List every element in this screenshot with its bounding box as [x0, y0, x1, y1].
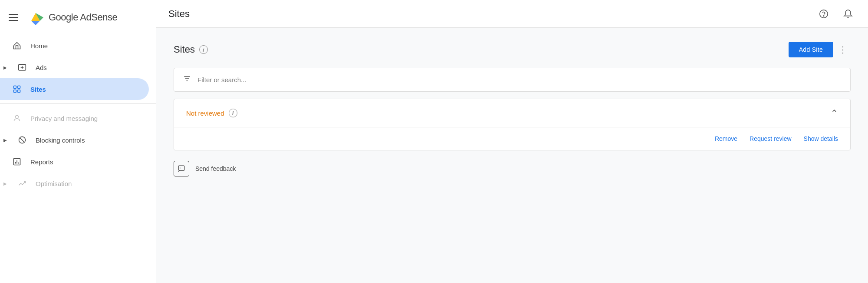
- site-status-info-icon[interactable]: i: [229, 109, 237, 117]
- more-options-button[interactable]: ⋮: [835, 42, 851, 57]
- google-adsense-logo: [27, 9, 44, 26]
- help-button[interactable]: [816, 6, 832, 22]
- logo-text: Google AdSense: [49, 12, 117, 23]
- top-bar: Sites: [156, 0, 868, 28]
- sidebar-item-privacy: Privacy and messaging: [0, 107, 149, 129]
- show-details-link[interactable]: Show details: [804, 135, 838, 142]
- blocking-expand-arrow: ▶: [3, 138, 7, 143]
- main-content: Sites Sites i: [156, 0, 868, 283]
- sites-header: Sites i Add Site ⋮: [174, 42, 851, 57]
- add-site-button[interactable]: Add Site: [789, 42, 833, 57]
- remove-link[interactable]: Remove: [715, 135, 737, 142]
- sidebar-item-home[interactable]: Home: [0, 35, 149, 57]
- sidebar-item-sites[interactable]: Sites: [0, 78, 149, 100]
- notifications-button[interactable]: [840, 6, 856, 22]
- site-card-header-right: ⌃: [831, 108, 838, 118]
- feedback-label: Send feedback: [195, 165, 236, 172]
- sidebar-item-optimisation: ▶ Optimisation: [0, 173, 149, 194]
- feedback-icon: [174, 161, 189, 176]
- site-status-area: Not reviewed i: [186, 109, 237, 117]
- sidebar-item-home-label: Home: [30, 42, 48, 50]
- feedback-bar[interactable]: Send feedback: [174, 161, 851, 176]
- sites-info-icon[interactable]: i: [199, 45, 208, 54]
- ads-icon: [17, 63, 27, 72]
- sidebar-item-blocking[interactable]: ▶ Blocking controls: [0, 129, 149, 151]
- site-status-label: Not reviewed: [186, 110, 224, 117]
- sites-title-area: Sites i: [174, 44, 208, 55]
- ads-expand-arrow: ▶: [3, 65, 7, 70]
- sites-icon: [12, 84, 22, 94]
- home-icon: [12, 41, 22, 50]
- header-right: Add Site ⋮: [789, 42, 851, 57]
- svg-point-9: [823, 15, 824, 16]
- sidebar-item-reports-label: Reports: [30, 158, 53, 166]
- sidebar: Google AdSense Home ▶ Ads: [0, 0, 156, 283]
- sidebar-item-blocking-label: Blocking controls: [36, 137, 85, 144]
- sidebar-item-optimisation-label: Optimisation: [36, 180, 72, 187]
- site-card-actions: Remove Request review Show details: [174, 127, 850, 150]
- sidebar-item-ads[interactable]: ▶ Ads: [0, 57, 149, 78]
- blocking-icon: [17, 135, 27, 145]
- sidebar-item-ads-label: Ads: [36, 64, 47, 71]
- nav-divider-1: [0, 103, 156, 104]
- sidebar-item-privacy-label: Privacy and messaging: [30, 115, 98, 122]
- topbar-icons: [816, 6, 856, 22]
- optimisation-icon: [17, 179, 27, 188]
- svg-rect-4: [18, 90, 20, 93]
- sites-page-title: Sites: [174, 44, 195, 55]
- site-card-collapse-button[interactable]: ⌃: [831, 108, 838, 118]
- reports-icon: [12, 157, 22, 166]
- svg-rect-1: [14, 86, 16, 89]
- filter-bar: [174, 68, 851, 92]
- svg-point-5: [16, 115, 19, 118]
- request-review-link[interactable]: Request review: [750, 135, 792, 142]
- sidebar-item-sites-label: Sites: [30, 86, 46, 93]
- logo-area: Google AdSense: [27, 9, 117, 26]
- privacy-icon: [12, 113, 22, 123]
- topbar-title: Sites: [168, 8, 190, 20]
- sidebar-item-reports[interactable]: Reports: [0, 151, 149, 173]
- hamburger-menu-button[interactable]: [7, 12, 20, 23]
- site-card: Not reviewed i ⌃ Remove Request review S…: [174, 99, 851, 150]
- content-area: Sites i Add Site ⋮: [156, 28, 868, 283]
- filter-search-input[interactable]: [197, 76, 842, 83]
- sidebar-header: Google AdSense: [0, 3, 156, 35]
- svg-rect-2: [18, 86, 20, 89]
- svg-rect-3: [14, 90, 16, 93]
- optimisation-expand-arrow: ▶: [3, 181, 7, 186]
- site-card-header: Not reviewed i ⌃: [174, 99, 850, 127]
- svg-point-8: [820, 10, 828, 17]
- filter-icon: [183, 74, 191, 85]
- site-info-icon-label: i: [232, 110, 234, 117]
- svg-rect-13: [178, 166, 184, 170]
- info-icon-label: i: [203, 47, 204, 53]
